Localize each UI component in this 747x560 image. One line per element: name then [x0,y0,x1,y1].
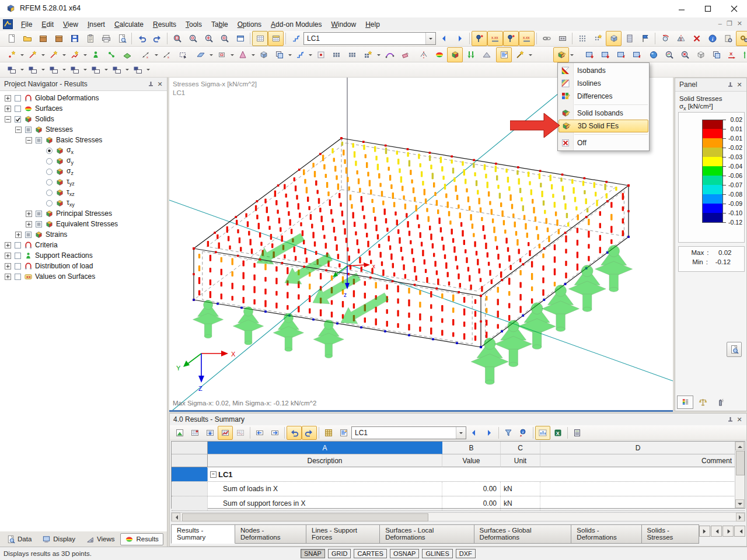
print-button[interactable] [98,31,114,46]
vertical-scrollbar[interactable] [735,442,745,508]
zoom-colors-button[interactable] [661,47,677,62]
navigator-tab-display[interactable]: Display [37,533,80,545]
menu-view[interactable]: View [58,19,83,30]
solid-model-button[interactable] [693,47,708,62]
table-add-button[interactable] [187,426,203,440]
panel-tab-factors[interactable] [694,396,711,409]
close-panel-icon[interactable]: ✕ [735,80,744,89]
insert-node-button[interactable] [4,47,19,62]
table-tab-nodes-deformations[interactable]: Nodes - Deformations [235,524,306,544]
maximize-button[interactable] [694,0,721,17]
close-all-windows-button[interactable] [597,47,613,62]
view-yz-button[interactable] [67,62,82,78]
export-excel-button[interactable]: X [550,426,566,440]
table-rows-button[interactable] [321,426,336,440]
calculator-button[interactable] [570,426,585,440]
print-graphic-2-button[interactable] [629,47,644,62]
move-view-button[interactable] [217,31,232,46]
menu-item-isolines[interactable]: Isolines [558,77,649,90]
pin-icon[interactable] [725,80,735,89]
jump-forward-button[interactable] [302,426,317,440]
show-deformed-button[interactable] [503,31,519,46]
tree-expander-icon[interactable] [5,106,11,112]
status-toggle-dxf[interactable]: DXF [456,549,476,558]
tree-checkbox[interactable] [14,94,22,102]
fe-mesh-refine-button[interactable] [344,47,360,62]
insert-polyline-dropdown-icon[interactable] [82,48,88,62]
mdi-restore-icon[interactable]: ❐ [727,20,732,27]
color-scale-legend[interactable]: 0.020.01-0.01-0.02-0.03-0.04-0.06-0.07-0… [678,112,745,243]
table-row[interactable]: Sum of loads in X0.00kN [172,482,745,496]
zoom-dynamic-button[interactable] [185,31,201,46]
tree-checkbox[interactable] [25,231,32,239]
close-panel-icon[interactable]: ✕ [155,79,165,89]
menu-tools[interactable]: Tools [181,19,207,30]
surface-results-button[interactable] [431,47,447,62]
view-xz-button[interactable] [46,62,61,78]
insert-polyline-button[interactable] [67,47,82,62]
table-diagram-button[interactable] [535,426,550,440]
visual-objects-button[interactable] [512,47,528,62]
flag-button[interactable] [637,31,653,46]
close-panel-icon[interactable]: ✕ [735,415,744,424]
next-load-case-button[interactable] [452,31,467,46]
view-yz-dropdown-icon[interactable] [82,63,88,77]
panel-tab-color-scale[interactable] [677,396,693,409]
menu-file[interactable]: File [16,19,37,30]
tree-checkbox[interactable] [14,252,22,260]
tree-checkbox[interactable] [14,242,22,249]
tree-item-values-on-surfaces[interactable]: XXValues on Surfaces [0,271,167,282]
mesh-stamp-button[interactable] [360,47,376,62]
model-generator-button[interactable] [622,31,637,46]
tree-item-surfaces[interactable]: Surfaces [0,103,167,114]
view-user-2-dropdown-icon[interactable] [145,63,151,77]
tree-expander-icon[interactable] [5,274,11,280]
tree-item-solids[interactable]: Solids [0,114,167,124]
fe-solids-button[interactable] [606,31,622,46]
generate-node-button[interactable] [313,47,329,62]
view-user-1-button[interactable] [109,62,124,78]
status-toggle-grid[interactable]: GRID [328,549,351,558]
open-file-button[interactable] [19,31,35,46]
result-values-2-button[interactable]: x.xx [519,31,535,46]
combo-dropdown-icon[interactable] [425,33,435,44]
status-toggle-glines[interactable]: GLINES [422,549,452,558]
tree-item-stresses[interactable]: Stresses [0,124,167,135]
menu-insert[interactable]: Insert [83,19,110,30]
settings-button[interactable] [720,31,736,46]
menu-edit[interactable]: Edit [37,19,58,30]
rendering-button[interactable] [645,47,661,62]
connect-lines-dropdown-icon[interactable] [308,48,313,62]
tree-expander-icon[interactable] [26,221,32,228]
mdi-minimize-icon[interactable]: – [718,20,722,27]
table-row[interactable]: −LC1 [172,467,745,482]
tree-expander-icon[interactable] [15,232,22,238]
tree-item--z[interactable]: σz [0,166,167,177]
connect-lines-button[interactable] [292,47,308,62]
menu-item-off[interactable]: Off [558,136,649,149]
load-case-combo[interactable]: LC1 [351,426,466,439]
tree-item-strains[interactable]: Strains [0,229,167,240]
tree-expander-icon[interactable] [15,127,22,133]
new-model-button[interactable] [4,31,19,46]
table-tab-surfaces-global-deformations[interactable]: Surfaces - Global Deformations [474,524,572,544]
results-display-mode-dropdown-icon[interactable] [569,48,574,62]
table-tab-lines-support-forces[interactable]: Lines - Support Forces [306,524,380,544]
tree-item-global-deformations[interactable]: Global Deformations [0,93,167,103]
solid-cube-button[interactable] [256,47,271,62]
tab-nav-first-button[interactable] [699,526,710,537]
visual-objects-dropdown-icon[interactable] [528,48,533,62]
pin-icon[interactable] [725,415,735,424]
new-solid-button[interactable] [235,47,250,62]
tree-expander-icon[interactable] [5,95,11,102]
tree-item--xy[interactable]: τxy [0,198,167,208]
load-step-button[interactable] [288,31,303,46]
rotate-view-button[interactable] [657,31,673,46]
menu-options[interactable]: Options [233,19,266,30]
navigator-tab-data[interactable]: Data [2,533,36,545]
tree-checkbox[interactable] [35,136,43,144]
tree-item--xz[interactable]: τxz [0,187,167,198]
scroll-left-button[interactable] [172,513,180,522]
tree-expander-icon[interactable] [26,211,32,217]
close-window-x-button[interactable] [581,47,597,62]
